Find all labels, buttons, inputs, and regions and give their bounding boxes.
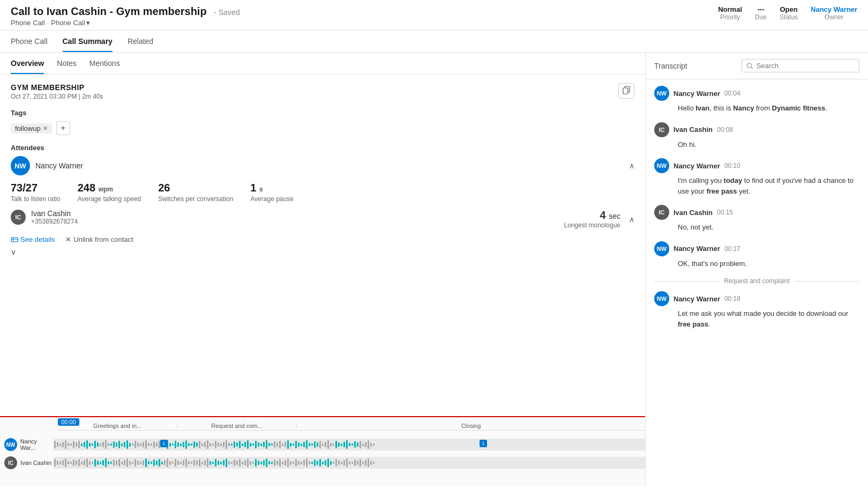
waveform-bar xyxy=(148,443,149,446)
waveform-bar xyxy=(134,459,136,467)
waveform-bar xyxy=(209,443,211,447)
waveform-bar xyxy=(143,460,144,465)
tab-phone-call[interactable]: Phone Call xyxy=(11,31,48,52)
phone-call-dropdown[interactable]: Phone Call ▾ xyxy=(51,19,90,27)
svg-line-6 xyxy=(751,67,753,69)
attendee2-name: Ivan Cashin xyxy=(31,209,78,218)
waveform-bar xyxy=(314,460,316,466)
waveform-bar xyxy=(204,442,206,447)
tag-followup: followup ✕ xyxy=(11,123,52,134)
waveform-bar xyxy=(306,458,308,467)
waveform-bar xyxy=(303,460,305,465)
waveform-bar xyxy=(105,440,107,449)
waveform-bar xyxy=(143,442,144,447)
main-layout: Overview Notes Mentions GYM MEMBERSHIP O… xyxy=(0,53,868,486)
waveform-bar xyxy=(68,461,69,464)
msg-avatar-ic-1: IC xyxy=(654,122,669,137)
waveform-bar xyxy=(134,441,136,448)
waveform-row-ivan: IC Ivan Cashin xyxy=(0,454,645,471)
search-box[interactable] xyxy=(742,59,859,72)
expand-button[interactable]: ∨ xyxy=(11,248,16,256)
attendee1-collapse-btn[interactable]: ∧ xyxy=(629,161,634,170)
waveform-bar xyxy=(175,459,176,467)
waveform-bar xyxy=(263,460,265,465)
waveform-bar xyxy=(140,462,141,464)
tab-related[interactable]: Related xyxy=(128,31,153,52)
waveform-bar xyxy=(175,441,176,448)
waveform-bar xyxy=(145,440,147,449)
waveform-bar xyxy=(311,443,313,446)
subtab-overview[interactable]: Overview xyxy=(11,53,44,74)
tab-call-summary[interactable]: Call Summary xyxy=(63,31,113,52)
waveform-bar xyxy=(177,442,179,447)
waveform-bar xyxy=(220,443,222,446)
msg-nancy-1: NW Nancy Warner 00:04 Hello Ivan, this i… xyxy=(654,86,859,114)
see-details-button[interactable]: See details xyxy=(11,235,55,243)
attendee2-collapse-btn[interactable]: ∧ xyxy=(629,215,634,224)
waveform-bar xyxy=(360,459,361,467)
waveform-bar xyxy=(250,461,251,465)
waveform-bar xyxy=(226,458,227,467)
waveform-bar xyxy=(247,458,249,467)
action-links: See details ✕ Unlink from contact xyxy=(11,235,634,243)
waveform-bar xyxy=(92,462,93,464)
add-tag-button[interactable]: + xyxy=(56,121,70,135)
waveform-bar xyxy=(343,442,345,447)
waveform-bar xyxy=(252,443,254,446)
waveform-bar xyxy=(118,441,120,448)
waveform-bar xyxy=(199,459,200,467)
subtab-notes[interactable]: Notes xyxy=(57,53,77,74)
waveform-bar xyxy=(108,461,109,464)
waveform-bar xyxy=(153,441,155,448)
waveform-bar xyxy=(94,459,96,467)
waveform-bar xyxy=(349,461,350,464)
attendee1-info: NW Nancy Warner xyxy=(11,156,83,175)
dropdown-arrow-icon: ▾ xyxy=(86,19,90,27)
waveform-bar xyxy=(212,443,214,446)
tag-remove-icon[interactable]: ✕ xyxy=(43,125,48,132)
waveform-bar xyxy=(121,443,123,446)
waveform-bar xyxy=(177,461,179,465)
waveform-bar xyxy=(279,459,281,467)
owner-value: Nancy Warner xyxy=(811,5,857,13)
svg-rect-2 xyxy=(11,238,18,242)
waveform-bar xyxy=(231,443,233,446)
waveform-bar xyxy=(362,443,364,446)
waveform-track-ivan[interactable] xyxy=(54,457,645,469)
waveform-bar xyxy=(70,462,72,464)
title-text: Call to Ivan Cashin - Gym membership xyxy=(11,5,207,17)
waveform-bar xyxy=(268,461,270,464)
search-icon xyxy=(746,62,753,70)
unlink-contact-button[interactable]: ✕ Unlink from contact xyxy=(65,235,133,243)
msg-header-ivan-1: IC Ivan Cashin 00:08 xyxy=(654,122,859,137)
waveform-bar xyxy=(309,443,310,446)
waveform-track-nancy[interactable]: 11 xyxy=(54,439,645,450)
waveform-bar xyxy=(100,443,101,446)
waveform-bar xyxy=(145,458,147,467)
subtab-mentions[interactable]: Mentions xyxy=(89,53,120,74)
waveform-bar xyxy=(341,462,342,464)
waveform-bar xyxy=(298,461,300,465)
search-input[interactable] xyxy=(757,62,855,70)
copy-button[interactable] xyxy=(618,83,634,99)
msg-avatar-nw-3: NW xyxy=(654,241,669,256)
waveform-bar xyxy=(365,442,366,447)
waveform-bar xyxy=(343,460,345,465)
header-left: Call to Ivan Cashin - Gym membership - S… xyxy=(11,5,240,27)
waveform-bar xyxy=(293,462,294,464)
saved-status: - Saved xyxy=(214,8,240,17)
waveform-bar xyxy=(62,460,64,465)
msg-ivan-2: IC Ivan Cashin 00:15 No, not yet. xyxy=(654,205,859,233)
waveform-bar xyxy=(164,460,166,465)
waveform-bar xyxy=(105,458,107,467)
waveform-bar xyxy=(132,443,133,446)
waveform-bar xyxy=(266,458,267,467)
waveform-bar xyxy=(153,460,155,466)
waveform-bar xyxy=(293,443,294,446)
waveform-bar xyxy=(108,443,109,446)
waveform-bar xyxy=(68,443,69,446)
transcript-title: Transcript xyxy=(654,62,687,70)
waveform-bar xyxy=(126,458,128,467)
waveform-bar xyxy=(129,443,131,447)
waveform-bar xyxy=(185,458,187,467)
